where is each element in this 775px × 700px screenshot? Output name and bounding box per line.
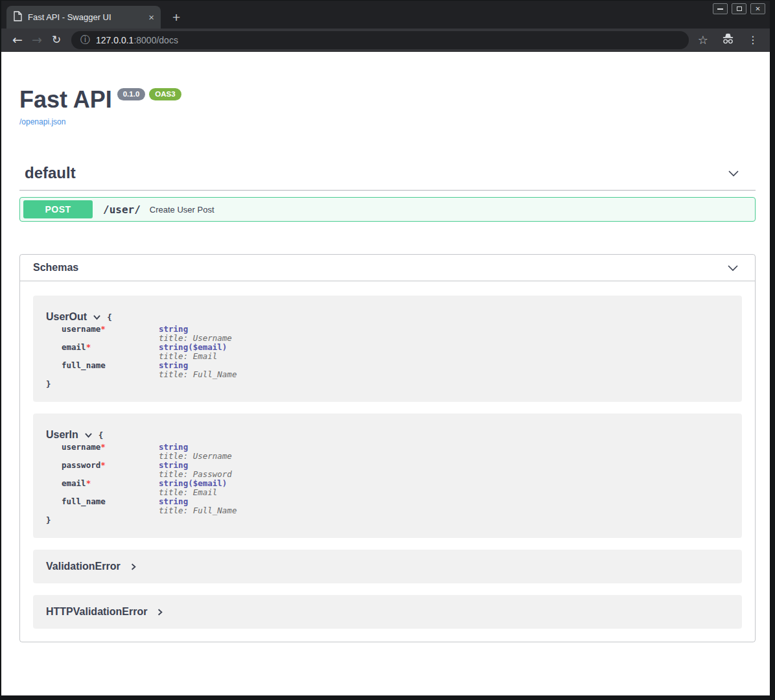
forward-button[interactable]: → [27,34,47,46]
openapi-spec-link[interactable]: /openapi.json [19,117,756,126]
chevron-down-icon[interactable] [726,261,739,274]
url-path: :8000/docs [133,35,178,45]
property-row: username*stringtitle: Username [62,443,237,461]
tag-name: default [25,164,76,182]
url-text[interactable]: 127.0.0.1:8000/docs [96,35,178,45]
property-name: full_name [62,497,159,515]
page-favicon-icon [13,11,22,24]
property-name: email* [62,479,159,497]
property-details: stringtitle: Full_Name [159,361,237,379]
model-card: ValidationError { } [33,550,742,583]
browser-tab[interactable]: Fast API - Swagger UI × [6,6,161,29]
model-toggle[interactable]: ValidationError { [46,561,729,572]
property-type: string [159,361,237,370]
tab-title: Fast API - Swagger UI [28,12,143,22]
schemas-header[interactable]: Schemas [20,255,755,281]
version-badge: 0.1.0 [117,88,146,100]
browser-window: Fast API - Swagger UI × + ✕ ← → ↻ ⓘ 127.… [0,0,775,700]
property-row: username*stringtitle: Username [62,325,237,343]
op-summary: Create User Post [150,205,214,215]
required-marker: * [86,342,91,352]
window-maximize-button[interactable] [732,3,746,14]
address-bar[interactable]: ⓘ 127.0.0.1:8000/docs [71,31,689,49]
chevron-right-icon[interactable] [130,563,137,571]
required-marker: * [86,478,91,488]
property-table: username*stringtitle: Usernamepassword*s… [62,443,237,515]
api-title: Fast API [19,87,112,113]
model-card: HTTPValidationError { } [33,595,742,629]
required-marker: * [100,460,106,470]
open-brace: { [98,430,104,440]
property-row: full_namestringtitle: Full_Name [62,497,237,515]
tab-strip: Fast API - Swagger UI × + ✕ [1,1,770,29]
model-toggle[interactable]: UserOut { [46,311,729,323]
browser-menu-icon[interactable]: ⋮ [748,35,758,45]
tag-header[interactable]: default [19,164,756,191]
open-brace: { [107,312,112,322]
property-title: title: Password [159,470,237,479]
property-type: string [159,497,237,506]
property-row: full_namestringtitle: Full_Name [62,361,237,379]
reload-button[interactable]: ↻ [47,34,66,45]
swagger-page: Fast API 0.1.0 OAS3 /openapi.json defaul… [1,52,770,695]
model-name: ValidationError [46,561,121,572]
tag-section-default: default POST /user/ Create User Post [19,164,756,222]
chevron-down-icon[interactable] [84,431,93,439]
property-title: title: Username [159,334,237,343]
required-marker: * [100,442,106,452]
close-icon: ✕ [755,5,760,12]
schemas-title: Schemas [33,262,78,274]
window-minimize-button[interactable] [713,3,728,14]
model-name: HTTPValidationError [46,606,147,618]
site-info-icon[interactable]: ⓘ [80,35,90,45]
property-details: string($email)title: Email [159,479,237,497]
oas3-badge: OAS3 [149,88,181,100]
opblock-post-user[interactable]: POST /user/ Create User Post [19,197,756,222]
api-info: Fast API 0.1.0 OAS3 /openapi.json [19,87,756,126]
back-button[interactable]: ← [8,34,27,46]
property-title: title: Full_Name [159,370,237,379]
property-row: password*stringtitle: Password [62,461,237,479]
model-card: UserOut { username*stringtitle: Username… [33,296,742,402]
property-title: title: Username [159,452,237,461]
property-type: string($email) [159,343,237,352]
property-title: title: Email [159,352,237,361]
close-brace: } [46,515,729,525]
required-marker: * [100,324,106,334]
schemas-section: Schemas UserOut { username*stringtitle: … [19,254,756,642]
property-details: stringtitle: Password [159,461,237,479]
window-close-button[interactable]: ✕ [750,3,765,14]
maximize-icon [737,6,742,11]
bookmark-star-icon[interactable]: ☆ [698,34,708,46]
property-name: full_name [62,361,159,379]
new-tab-button[interactable]: + [172,10,180,24]
property-type: string [159,461,237,470]
chevron-right-icon[interactable] [156,608,164,616]
property-name: username* [62,325,159,343]
property-details: string($email)title: Email [159,343,237,361]
property-type: string($email) [159,479,237,488]
model-name: UserOut [46,311,87,323]
schemas-list: UserOut { username*stringtitle: Username… [20,281,755,642]
chevron-down-icon[interactable] [727,167,740,180]
property-table: username*stringtitle: Usernameemail*stri… [62,325,237,379]
property-details: stringtitle: Full_Name [159,497,237,515]
tab-close-icon[interactable]: × [148,12,154,22]
chevron-down-icon[interactable] [93,313,101,321]
property-details: stringtitle: Username [159,443,237,461]
model-card: UserIn { username*stringtitle: Usernamep… [33,414,742,538]
model-toggle[interactable]: HTTPValidationError { [46,606,729,618]
op-path: /user/ [103,204,141,216]
browser-toolbar: ← → ↻ ⓘ 127.0.0.1:8000/docs ☆ [1,29,770,52]
property-name: email* [62,343,159,361]
property-title: title: Full_Name [159,506,237,515]
property-row: email*string($email)title: Email [62,479,237,497]
minimize-icon [717,8,723,10]
model-toggle[interactable]: UserIn { [46,429,729,441]
property-type: string [159,325,237,334]
url-host: 127.0.0.1 [96,35,133,45]
property-details: stringtitle: Username [159,325,237,343]
http-method-badge: POST [23,200,93,218]
model-name: UserIn [46,429,78,441]
close-brace: } [46,379,729,389]
